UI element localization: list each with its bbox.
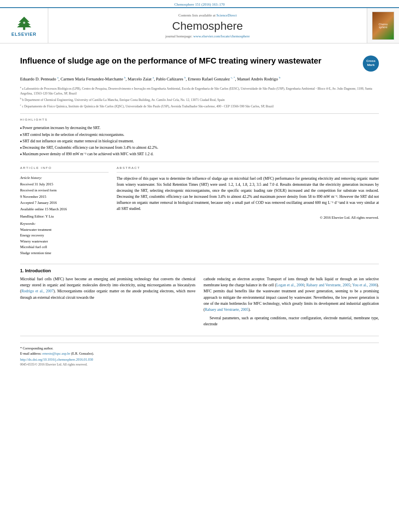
ref-logan2006[interactable]: Logan et al., 2006 xyxy=(276,283,304,287)
keywords-label: Keywords: xyxy=(20,222,109,226)
highlight-item-5: Maximum power density of 890 mW m⁻² can … xyxy=(20,151,379,157)
author-email[interactable]: ernesto@iqsc.usp.br xyxy=(42,351,70,355)
ref-rabaey2005[interactable]: Rabaey and Verstraete, 2005 xyxy=(306,283,350,287)
journal-url[interactable]: www.elsevier.com/locate/chemosphere xyxy=(193,34,250,38)
highlights-divider xyxy=(20,113,379,114)
article-info-label: ARTICLE INFO xyxy=(20,166,109,170)
article-info-column: ARTICLE INFO Article history: Received 3… xyxy=(20,166,109,256)
authors-line: Eduardo D. Penteado a, Carmen Maria Fern… xyxy=(20,76,379,82)
journal-banner: ELSEVIER Contents lists available at Sci… xyxy=(0,7,399,43)
copyright-text: © 2016 Elsevier Ltd. All rights reserved… xyxy=(117,216,379,220)
date-revised-label: Received in revised form xyxy=(20,188,109,193)
svg-point-4 xyxy=(23,21,25,23)
journal-homepage: journal homepage: www.elsevier.com/locat… xyxy=(165,34,250,38)
date-online: Available online 15 March 2016 xyxy=(20,207,109,212)
intro-col-right: cathode reducing an electron acceptor. T… xyxy=(204,276,379,330)
keywords-section: Keywords: Wastewater treatment Energy re… xyxy=(20,222,109,256)
keyword-4: Microbial fuel cell xyxy=(20,244,109,250)
footer-section: * Corresponding author. E-mail address: … xyxy=(20,336,379,366)
date-accepted: Accepted 7 January 2016 xyxy=(20,200,109,206)
corresponding-note: * Corresponding author. xyxy=(20,346,379,350)
affiliation-a: a a Laboratório de Processos Biológicos … xyxy=(20,86,379,96)
introduction-body: Microbial fuel cells (MFC) have become a… xyxy=(20,276,379,330)
journal-cover-image: Chemosphere xyxy=(372,12,394,40)
article-info-divider xyxy=(20,162,379,162)
journal-thumbnail: Chemosphere xyxy=(367,8,399,43)
highlight-item-4: Decreasing the SRT, Coulombic efficiency… xyxy=(20,144,379,151)
keyword-5: Sludge retention time xyxy=(20,250,109,256)
ref-rodrigo2007[interactable]: Rodrigo et al., 2007 xyxy=(21,289,53,293)
keyword-3: Winery wastewater xyxy=(20,238,109,244)
intro-para-3: Several parameters, such as operating co… xyxy=(204,315,379,327)
affiliation-c: c c Departamento de Físico Química, Inst… xyxy=(20,103,379,109)
doi-link[interactable]: http://dx.doi.org/10.1016/j.chemosphere.… xyxy=(20,357,93,362)
sciencedirect-info: Contents lists available at ScienceDirec… xyxy=(179,13,237,17)
footer-divider xyxy=(20,343,379,343)
ref-rabaey2005b[interactable]: Rabaey and Verstraete, 2005 xyxy=(205,308,249,312)
highlights-list: Power generation increases by decreasing… xyxy=(20,125,379,157)
highlight-item-2: SRT control helps in the selection of el… xyxy=(20,131,379,138)
intro-col-left: Microbial fuel cells (MFC) have become a… xyxy=(20,276,195,330)
abstract-text: The objective of this paper was to deter… xyxy=(117,176,379,212)
date-received: Received 31 July 2015 xyxy=(20,182,109,187)
section-heading: 1. Introduction xyxy=(20,268,379,273)
svg-text:Cross: Cross xyxy=(366,59,376,63)
article-history-label: Article history: xyxy=(20,176,109,180)
article-meta-section: ARTICLE INFO Article history: Received 3… xyxy=(20,166,379,256)
keyword-2: Energy recovery xyxy=(20,232,109,238)
svg-text:Mark: Mark xyxy=(367,63,375,67)
article-title: Influence of sludge age on the performan… xyxy=(20,55,357,66)
affiliation-b: b b Department of Chemical Engineering, … xyxy=(20,97,379,103)
handling-editor: Handling Editor: Y Liu xyxy=(20,214,109,218)
main-content: Influence of sludge age on the performan… xyxy=(0,43,399,372)
publisher-logo: ELSEVIER xyxy=(0,8,48,43)
crossmark-icon: Cross Mark xyxy=(363,55,379,72)
keyword-1: Wastewater treatment xyxy=(20,227,109,232)
highlight-item-3: SRT did not influence on organic matter … xyxy=(20,138,379,144)
affiliations: a a Laboratório de Processos Biológicos … xyxy=(20,86,379,109)
introduction-section: 1. Introduction Microbial fuel cells (MF… xyxy=(20,264,379,330)
journal-title: Chemosphere xyxy=(172,20,243,33)
doi-line: http://dx.doi.org/10.1016/j.chemosphere.… xyxy=(20,357,379,362)
abstract-label: ABSTRACT xyxy=(117,166,379,170)
article-title-container: Influence of sludge age on the performan… xyxy=(20,55,379,72)
article-info-inner-divider xyxy=(20,172,109,173)
email-info: E-mail address: ernesto@iqsc.usp.br (E.R… xyxy=(20,351,379,355)
footer-copyright: 0045-6535/© 2016 Elsevier Ltd. All right… xyxy=(20,363,379,366)
highlight-item-1: Power generation increases by decreasing… xyxy=(20,125,379,131)
highlights-label: HIGHLIGHTS xyxy=(20,118,379,121)
sciencedirect-link[interactable]: ScienceDirect xyxy=(216,13,237,17)
intro-para-2: cathode reducing an electron acceptor. T… xyxy=(204,276,379,313)
journal-citation: Chemosphere 151 (2016) 163–170 xyxy=(0,0,399,7)
journal-info: Contents lists available at ScienceDirec… xyxy=(48,8,367,43)
abstract-inner-divider xyxy=(117,172,379,173)
abstract-column: ABSTRACT The objective of this paper was… xyxy=(117,166,379,256)
crossmark-badge-container: Cross Mark xyxy=(363,55,379,72)
publisher-name: ELSEVIER xyxy=(11,32,36,37)
date-revised-value: 9 November 2015 xyxy=(20,194,109,200)
ref-you2006[interactable]: You et al., 2006 xyxy=(352,283,377,287)
intro-para-1: Microbial fuel cells (MFC) have become a… xyxy=(20,276,195,301)
